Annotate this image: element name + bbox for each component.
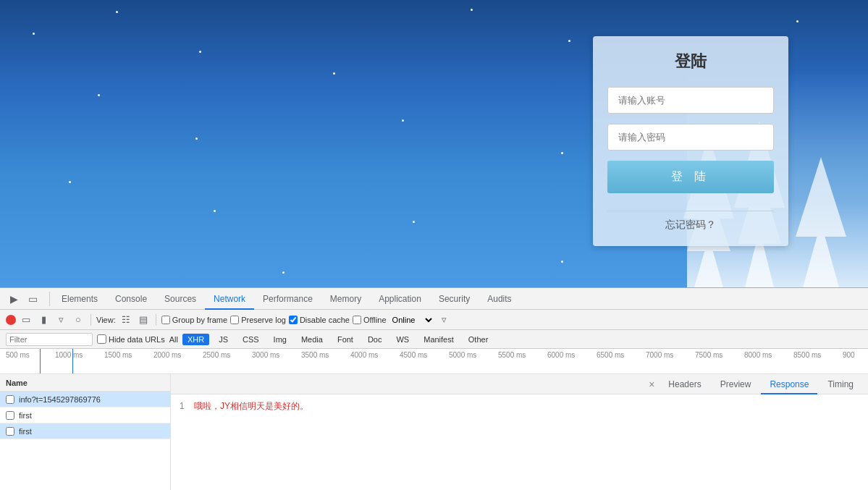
css-filter[interactable]: CSS [237,334,264,345]
request-item[interactable]: first [0,407,170,423]
tab-sources[interactable]: Sources [156,288,205,310]
disable-cache-label[interactable]: Disable cache [289,316,350,324]
timeline-label-8000: 8000 ms [744,351,793,359]
media-filter[interactable]: Media [296,334,328,345]
ws-filter[interactable]: WS [391,334,414,345]
timeline-label-6500: 6500 ms [597,351,646,359]
request-checkbox-2[interactable] [6,411,14,420]
timeline-red-marker [40,349,41,373]
list-view-icon[interactable]: ☷ [119,313,133,327]
detail-tab-preview[interactable]: Preview [712,374,760,394]
preserve-log-checkbox[interactable] [230,316,239,324]
star [98,94,100,96]
request-list: Name info?t=1545297869776 first first [0,374,171,490]
detail-tab-headers[interactable]: Headers [660,374,709,394]
timeline-label-7500: 7500 ms [695,351,744,359]
detail-tab-response[interactable]: Response [761,374,817,394]
js-filter[interactable]: JS [214,334,233,345]
tab-audits[interactable]: Audits [479,288,520,310]
search-icon[interactable]: ○ [71,313,85,327]
hide-data-urls-checkbox[interactable] [97,334,106,344]
star [471,9,473,11]
other-filter[interactable]: Other [463,334,494,345]
svg-marker-7 [796,157,846,237]
star [116,11,118,13]
timeline-label-8500: 8500 ms [793,351,843,359]
filter-input[interactable] [6,333,93,346]
timeline-label-4500: 4500 ms [400,351,449,359]
star [199,51,201,53]
star [195,138,198,140]
font-filter[interactable]: Font [332,334,358,345]
offline-label[interactable]: Offline [353,316,387,324]
star [413,221,415,223]
filter-bar: Hide data URLs All XHR JS CSS Img Media … [0,330,868,349]
timeline-label-7000: 7000 ms [646,351,695,359]
devtools-tab-bar: ▶ ▭ Elements Console Sources Network Per… [0,288,868,310]
toolbar-separator [90,314,91,326]
tab-security[interactable]: Security [430,288,479,310]
throttle-select[interactable]: Online Slow 3G Fast 3G Offline [389,315,434,325]
manifest-filter[interactable]: Manifest [418,334,459,345]
devtools-icons: ▶ ▭ [6,291,41,307]
toolbar-separator2 [156,314,156,326]
request-item[interactable]: first [0,423,170,439]
more-options-icon[interactable]: ▿ [437,313,452,327]
grid-view-icon[interactable]: ▤ [136,313,151,327]
all-filter[interactable]: All [169,335,178,344]
img-filter[interactable]: Img [269,334,292,345]
preserve-log-label[interactable]: Preserve log [230,316,286,324]
username-input[interactable] [607,87,774,114]
timeline-label-3000: 3000 ms [252,351,301,359]
request-checkbox-1[interactable] [6,395,14,404]
group-by-frame-label[interactable]: Group by frame [161,316,227,324]
clear-button[interactable]: ▭ [19,313,33,327]
password-input[interactable] [607,124,774,151]
timeline-label-3500: 3500 ms [301,351,350,359]
timeline-label-5000: 5000 ms [449,351,498,359]
timeline-label-6000: 6000 ms [547,351,597,359]
doc-filter[interactable]: Doc [363,334,387,345]
detail-tab-timing[interactable]: Timing [819,374,862,394]
login-button[interactable]: 登 陆 [607,161,774,193]
tab-memory[interactable]: Memory [321,288,370,310]
group-by-frame-checkbox[interactable] [161,316,170,324]
main-panel: Name info?t=1545297869776 first first × … [0,374,868,490]
star [402,119,404,122]
login-title: 登陆 [607,51,774,72]
timeline-label-2000: 2000 ms [153,351,203,359]
disable-cache-checkbox[interactable] [289,316,298,324]
xhr-filter[interactable]: XHR [182,334,209,345]
timeline-label-9000: 900 [843,351,868,359]
timeline-label-2500: 2500 ms [203,351,252,359]
card-divider [607,211,774,211]
cursor-icon[interactable]: ▶ [6,291,22,307]
view-label: View: [96,316,116,324]
filter-icon[interactable]: ▿ [54,313,68,327]
hide-data-urls-label[interactable]: Hide data URLs [97,334,165,344]
tab-console[interactable]: Console [106,288,156,310]
browser-content: 登陆 登 陆 忘记密码？ [0,0,868,287]
star [214,210,216,212]
star [333,72,335,75]
response-row-number: 1 [180,401,185,411]
tab-application[interactable]: Application [370,288,430,310]
camera-icon[interactable]: ▮ [36,313,51,327]
detail-close-button[interactable]: × [645,378,658,391]
timeline-blue-marker [72,349,73,373]
tab-elements[interactable]: Elements [53,288,106,310]
tab-performance[interactable]: Performance [254,288,321,310]
detail-content: 1 哦啦，JY相信明天是美好的。 [171,394,868,490]
forgot-password-link[interactable]: 忘记密码？ [607,219,774,232]
star [561,152,563,154]
request-checkbox-3[interactable] [6,427,14,436]
record-button[interactable] [6,315,16,325]
request-item[interactable]: info?t=1545297869776 [0,392,170,407]
devtools-panel: ▶ ▭ Elements Console Sources Network Per… [0,287,868,490]
tab-network[interactable]: Network [205,288,254,310]
mobile-icon[interactable]: ▭ [25,291,41,307]
detail-tabs: × Headers Preview Response Timing [171,374,868,394]
request-name-1: info?t=1545297869776 [19,395,101,404]
offline-checkbox[interactable] [353,316,361,324]
timeline-label-4000: 4000 ms [350,351,400,359]
